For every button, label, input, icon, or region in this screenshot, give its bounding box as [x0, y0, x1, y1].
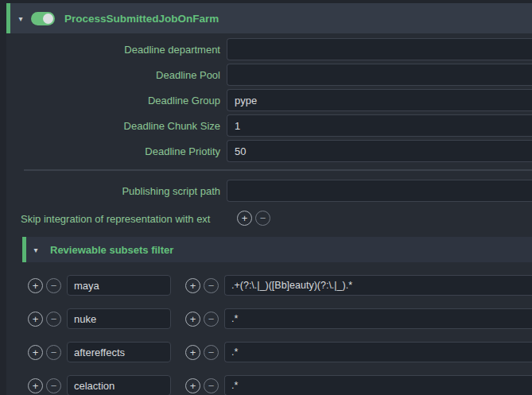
form-row-deadline-priority: Deadline Priotity — [6, 138, 532, 164]
add-item-button[interactable]: + — [28, 345, 43, 360]
field-label: Deadline Pool — [6, 69, 227, 81]
field-label: Publishing script path — [6, 185, 227, 197]
key-buttons: + − — [28, 278, 61, 293]
subsection-title: Reviewable subsets filter — [50, 244, 173, 256]
filter-row-celaction: + − + − — [28, 375, 532, 395]
remove-item-button[interactable]: − — [46, 378, 61, 393]
add-item-button[interactable]: + — [237, 211, 252, 226]
field-label: Skip integration of representation with … — [21, 213, 210, 225]
remove-item-button[interactable]: − — [204, 378, 219, 393]
filter-row-maya: + − + − — [28, 275, 532, 296]
section-header[interactable]: ▾ ProcessSubmittedJobOnFarm — [6, 3, 532, 33]
value-buttons: + − — [185, 312, 219, 327]
field-label: Deadline Chunk Size — [6, 120, 227, 132]
field-label: Deadline Priotity — [6, 145, 227, 157]
enabled-toggle[interactable] — [31, 12, 55, 25]
add-item-button[interactable]: + — [28, 278, 43, 293]
remove-item-button[interactable]: − — [204, 278, 219, 293]
add-item-button[interactable]: + — [28, 378, 43, 393]
add-item-button[interactable]: + — [185, 345, 200, 360]
field-label: Deadline department — [6, 44, 227, 56]
filter-value-input[interactable] — [224, 342, 532, 362]
filter-row-aftereffects: + − + − — [28, 342, 532, 362]
divider — [24, 169, 532, 171]
value-buttons: + − — [185, 345, 219, 360]
deadline-group-input[interactable] — [227, 89, 532, 111]
process-submitted-job-section: ▾ ProcessSubmittedJobOnFarm Deadline dep… — [6, 3, 532, 395]
filter-value-input[interactable] — [224, 275, 532, 296]
filter-value-input[interactable] — [224, 308, 532, 329]
value-buttons: + − — [185, 278, 219, 293]
filter-key-input[interactable] — [67, 275, 171, 296]
list-buttons: + − — [237, 211, 270, 226]
remove-item-button[interactable]: − — [46, 278, 61, 293]
remove-item-button[interactable]: − — [204, 345, 219, 360]
form-row-deadline-group: Deadline Group — [6, 87, 532, 113]
form-row-deadline-department: Deadline department — [6, 37, 532, 62]
value-buttons: + − — [185, 378, 219, 393]
filter-key-input[interactable] — [67, 375, 171, 395]
filter-key-input[interactable] — [67, 342, 171, 362]
add-item-button[interactable]: + — [185, 278, 200, 293]
collapse-caret-icon[interactable]: ▾ — [14, 14, 27, 23]
publishing-script-path-input[interactable] — [227, 180, 532, 202]
key-buttons: + − — [28, 378, 61, 393]
form-row-skip-integration-ext: Skip integration of representation with … — [6, 206, 532, 231]
key-buttons: + − — [28, 345, 61, 360]
add-item-button[interactable]: + — [28, 312, 43, 327]
field-label: Deadline Group — [6, 95, 227, 106]
form-row-publishing-script-path: Publishing script path — [6, 178, 532, 203]
key-buttons: + − — [28, 312, 61, 327]
toggle-knob — [43, 14, 53, 24]
filter-value-input[interactable] — [224, 375, 532, 395]
section-body: Deadline department Deadline Pool Deadli… — [6, 33, 532, 395]
reviewable-subsets-filter-header[interactable]: ▾ Reviewable subsets filter — [22, 237, 532, 262]
remove-item-button[interactable]: − — [46, 312, 61, 327]
deadline-department-input[interactable] — [227, 38, 532, 60]
form-row-deadline-chunk-size: Deadline Chunk Size — [6, 113, 532, 138]
form-row-deadline-pool: Deadline Pool — [6, 62, 532, 87]
deadline-pool-input[interactable] — [227, 64, 532, 86]
remove-item-button[interactable]: − — [46, 345, 61, 360]
collapse-caret-icon[interactable]: ▾ — [29, 246, 42, 254]
section-title: ProcessSubmittedJobOnFarm — [64, 13, 219, 25]
add-item-button[interactable]: + — [185, 378, 200, 393]
deadline-priority-input[interactable] — [227, 140, 532, 162]
filter-row-nuke: + − + − — [28, 308, 532, 329]
remove-item-button[interactable]: − — [255, 211, 270, 226]
remove-item-button[interactable]: − — [204, 312, 219, 327]
filter-key-input[interactable] — [67, 308, 171, 329]
deadline-chunk-size-input[interactable] — [227, 114, 532, 137]
add-item-button[interactable]: + — [185, 312, 200, 327]
settings-page: ▾ ProcessSubmittedJobOnFarm Deadline dep… — [0, 0, 532, 395]
